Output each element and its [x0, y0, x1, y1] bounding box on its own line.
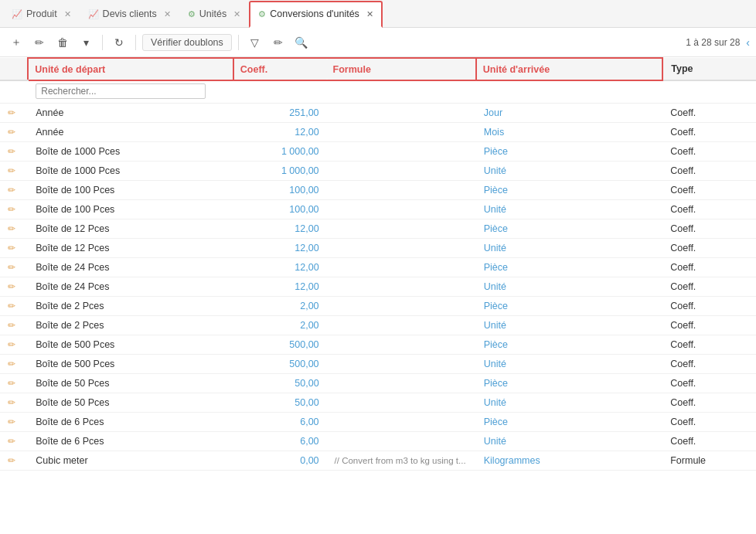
row-unite-depart: Boîte de 2 Pces: [28, 297, 233, 316]
row-edit-cell: ✏: [0, 432, 28, 451]
tab-bar: 📈 Produit ✕ 📈 Devis clients ✕ ⚙ Unités ✕…: [0, 0, 756, 28]
row-unite-arrivee: Pièce: [476, 142, 662, 162]
edit-row-icon[interactable]: ✏: [8, 320, 15, 331]
row-type: Coeff.: [662, 316, 756, 335]
edit-row-icon[interactable]: ✏: [8, 223, 15, 234]
unite-arrivee-link[interactable]: Kilogrammes: [484, 455, 540, 466]
edit-row-icon[interactable]: ✏: [8, 359, 15, 369]
edit-row-icon[interactable]: ✏: [8, 339, 15, 350]
unite-arrivee-link[interactable]: Pièce: [484, 262, 508, 273]
edit-row-icon[interactable]: ✏: [8, 165, 15, 176]
row-type: Coeff.: [662, 393, 756, 413]
row-type: Coeff.: [662, 335, 756, 355]
table-row: ✏ Boîte de 2 Pces 2,00 Pièce Coeff.: [0, 297, 756, 316]
row-coeff: 50,00: [233, 393, 327, 413]
edit-row-icon[interactable]: ✏: [8, 146, 15, 157]
row-type: Coeff.: [662, 142, 756, 162]
unite-arrivee-link[interactable]: Unité: [484, 204, 506, 215]
unite-arrivee-link[interactable]: Pièce: [484, 301, 508, 311]
edit-row-icon[interactable]: ✏: [8, 417, 15, 427]
row-unite-depart: Boîte de 1000 Pces: [28, 142, 233, 162]
row-unite-arrivee: Unité: [476, 239, 662, 258]
tab-devis[interactable]: 📈 Devis clients ✕: [80, 0, 179, 27]
tab-produit-close[interactable]: ✕: [64, 9, 71, 19]
row-formule: // Convert from m3 to kg using t...: [327, 451, 476, 471]
row-unite-arrivee: Pièce: [476, 219, 662, 239]
tab-conversions-close[interactable]: ✕: [366, 9, 373, 19]
unite-arrivee-link[interactable]: Unité: [484, 359, 506, 369]
table-row: ✏ Boîte de 50 Pces 50,00 Pièce Coeff.: [0, 374, 756, 393]
table-row: ✏ Boîte de 500 Pces 500,00 Pièce Coeff.: [0, 335, 756, 355]
unite-arrivee-link[interactable]: Jour: [484, 107, 502, 118]
delete-button[interactable]: 🗑: [53, 32, 73, 53]
unite-arrivee-link[interactable]: Pièce: [484, 146, 508, 157]
unite-arrivee-link[interactable]: Unité: [484, 243, 506, 253]
row-type: Formule: [662, 451, 756, 471]
row-type: Coeff.: [662, 413, 756, 432]
table-row: ✏ Boîte de 24 Pces 12,00 Pièce Coeff.: [0, 258, 756, 277]
row-unite-arrivee: Pièce: [476, 181, 662, 200]
col-header-unite-depart: Unité de départ: [28, 58, 233, 80]
edit-row-icon[interactable]: ✏: [8, 127, 15, 138]
row-coeff: 500,00: [233, 355, 327, 374]
table-row: ✏ Boîte de 50 Pces 50,00 Unité Coeff.: [0, 393, 756, 413]
edit-row-icon[interactable]: ✏: [8, 301, 15, 311]
row-unite-arrivee: Unité: [476, 162, 662, 181]
tab-devis-close[interactable]: ✕: [164, 9, 171, 19]
unite-arrivee-link[interactable]: Pièce: [484, 223, 508, 234]
filter-button[interactable]: ▽: [245, 32, 265, 53]
row-coeff: 500,00: [233, 335, 327, 355]
edit-row-icon[interactable]: ✏: [8, 204, 15, 215]
dropdown-button[interactable]: ▾: [76, 32, 96, 53]
row-formule: [327, 200, 476, 219]
row-edit-cell: ✏: [0, 219, 28, 239]
unite-arrivee-link[interactable]: Pièce: [484, 339, 508, 350]
row-coeff: 50,00: [233, 374, 327, 393]
table-row: ✏ Boîte de 24 Pces 12,00 Unité Coeff.: [0, 277, 756, 297]
unite-arrivee-link[interactable]: Unité: [484, 165, 506, 176]
tab-conversions[interactable]: ⚙ Conversions d'unités ✕: [249, 1, 383, 28]
edit-filter-button[interactable]: ✏: [268, 32, 288, 53]
table-row: ✏ Cubic meter 0,00 // Convert from m3 to…: [0, 451, 756, 471]
edit-row-icon[interactable]: ✏: [8, 243, 15, 253]
row-coeff: 12,00: [233, 277, 327, 297]
table-row: ✏ Boîte de 6 Pces 6,00 Pièce Coeff.: [0, 413, 756, 432]
unite-arrivee-link[interactable]: Unité: [484, 320, 506, 331]
row-edit-cell: ✏: [0, 355, 28, 374]
verify-doubles-button[interactable]: Vérifier doublons: [142, 34, 232, 51]
table-row: ✏ Boîte de 1000 Pces 1 000,00 Unité Coef…: [0, 162, 756, 181]
row-formule: [327, 297, 476, 316]
edit-row-icon[interactable]: ✏: [8, 436, 15, 447]
row-type: Coeff.: [662, 123, 756, 142]
edit-row-icon[interactable]: ✏: [8, 455, 15, 466]
search-toolbar-button[interactable]: 🔍: [291, 32, 312, 53]
edit-button[interactable]: ✏: [29, 32, 49, 53]
tab-conversions-label: Conversions d'unités: [270, 9, 359, 19]
add-button[interactable]: ＋: [6, 32, 26, 53]
edit-row-icon[interactable]: ✏: [8, 281, 15, 292]
prev-page-button[interactable]: ‹: [746, 36, 750, 49]
unite-arrivee-link[interactable]: Unité: [484, 281, 506, 292]
tab-unites-close[interactable]: ✕: [233, 9, 240, 19]
tab-unites[interactable]: ⚙ Unités ✕: [179, 0, 249, 27]
tab-produit[interactable]: 📈 Produit ✕: [3, 0, 80, 27]
edit-row-icon[interactable]: ✏: [8, 397, 15, 408]
edit-row-icon[interactable]: ✏: [8, 262, 15, 273]
row-formule: [327, 316, 476, 335]
unite-arrivee-link[interactable]: Pièce: [484, 378, 508, 389]
unite-arrivee-link[interactable]: Pièce: [484, 185, 508, 196]
edit-row-icon[interactable]: ✏: [8, 378, 15, 389]
tab-unites-label: Unités: [199, 9, 226, 19]
gear-icon-1: ⚙: [188, 9, 196, 19]
row-unite-arrivee: Unité: [476, 316, 662, 335]
unite-arrivee-link[interactable]: Unité: [484, 436, 506, 447]
unite-arrivee-link[interactable]: Unité: [484, 397, 506, 408]
edit-row-icon[interactable]: ✏: [8, 107, 15, 118]
row-unite-depart: Boîte de 6 Pces: [28, 432, 233, 451]
refresh-button[interactable]: ↻: [109, 32, 129, 53]
unite-arrivee-link[interactable]: Pièce: [484, 417, 508, 427]
row-coeff: 12,00: [233, 219, 327, 239]
edit-row-icon[interactable]: ✏: [8, 185, 15, 196]
unite-arrivee-link[interactable]: Mois: [484, 127, 504, 138]
search-input[interactable]: [36, 83, 206, 99]
